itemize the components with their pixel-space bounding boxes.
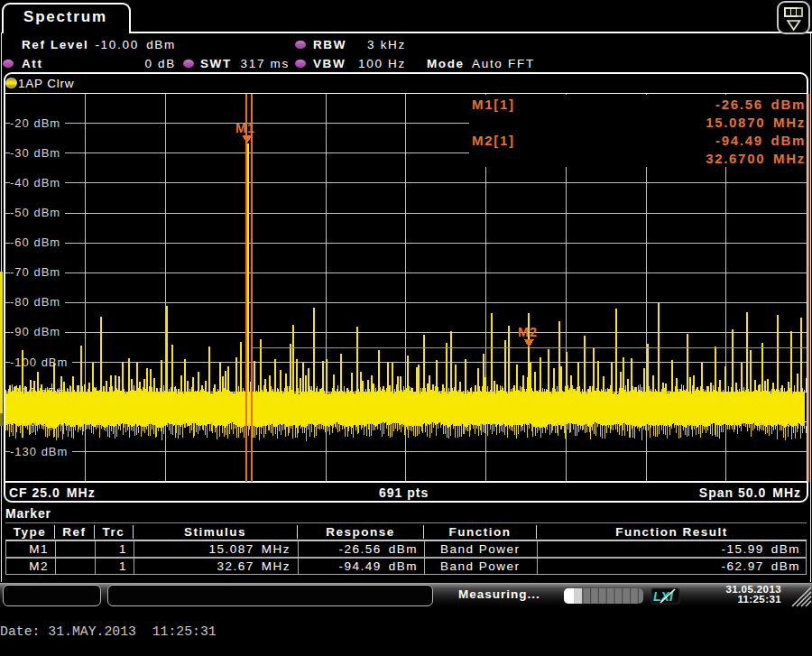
svg-text:M2: M2 bbox=[518, 325, 538, 339]
svg-text:LXI: LXI bbox=[653, 589, 674, 604]
svg-text:M1: M1 bbox=[235, 121, 255, 135]
